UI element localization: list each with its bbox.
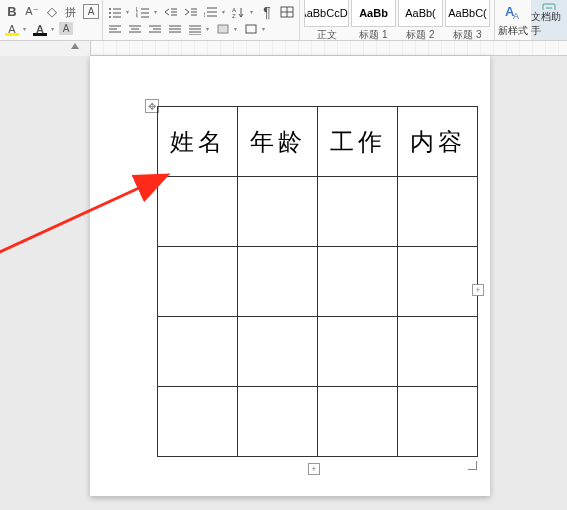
table-cell[interactable]: [318, 387, 398, 457]
style-preview: AaBbC(: [448, 7, 487, 19]
svg-rect-45: [218, 25, 228, 33]
style-label: 标题 1: [359, 28, 387, 42]
table-row[interactable]: [158, 247, 478, 317]
shading-button[interactable]: [214, 20, 232, 37]
table-header-cell[interactable]: 内容: [398, 107, 478, 177]
table-cell[interactable]: [318, 317, 398, 387]
style-heading2[interactable]: AaBb(: [398, 0, 443, 27]
borders-dropdown[interactable]: ▾: [262, 25, 268, 32]
content-table[interactable]: 姓名 年龄 工作 内容: [157, 106, 478, 457]
paragraph-group: ▾ 123 ▾ ↕ ▾ AZ ▾ ¶ ▾ ▾ ▾: [103, 0, 300, 40]
bulleted-list-button[interactable]: [106, 3, 124, 20]
table-header-cell[interactable]: 年龄: [238, 107, 318, 177]
table-cell[interactable]: [318, 177, 398, 247]
table-cell[interactable]: [158, 177, 238, 247]
bold-button[interactable]: B: [3, 3, 21, 20]
show-marks-button[interactable]: ¶: [258, 3, 276, 20]
insert-table-button[interactable]: [278, 3, 296, 20]
highlight-color-button[interactable]: A: [3, 20, 21, 37]
table-cell[interactable]: [238, 177, 318, 247]
bulleted-list-dropdown[interactable]: ▾: [126, 8, 132, 15]
svg-text:↕: ↕: [204, 10, 206, 18]
align-right-button[interactable]: [146, 20, 164, 37]
distribute-dropdown[interactable]: ▾: [206, 25, 212, 32]
table-cell[interactable]: [398, 317, 478, 387]
table-cell[interactable]: [398, 387, 478, 457]
table-row[interactable]: 姓名 年龄 工作 内容: [158, 107, 478, 177]
numbered-list-button[interactable]: 123: [134, 3, 152, 20]
table-cell[interactable]: [158, 387, 238, 457]
sort-dropdown[interactable]: ▾: [250, 8, 256, 15]
table-cell[interactable]: [318, 247, 398, 317]
svg-point-1: [109, 8, 111, 10]
ruler-strip[interactable]: [91, 41, 567, 56]
line-spacing-button[interactable]: ↕: [202, 3, 220, 20]
doc-assistant-button[interactable]: 文档助手: [531, 0, 567, 40]
table-row[interactable]: [158, 317, 478, 387]
styles-gallery: AaBbCcDd 正文 AaBb 标题 1 AaBb( 标题 2 AaBbC( …: [300, 0, 495, 40]
font-color-dropdown[interactable]: ▾: [51, 25, 57, 32]
indent-marker[interactable]: [71, 43, 79, 49]
svg-text:Z: Z: [232, 13, 236, 18]
table-side-handle[interactable]: +: [472, 284, 484, 296]
table-cell[interactable]: [238, 387, 318, 457]
table-row[interactable]: [158, 177, 478, 247]
table-header-cell[interactable]: 工作: [318, 107, 398, 177]
distribute-button[interactable]: [186, 20, 204, 37]
table-row[interactable]: [158, 387, 478, 457]
new-style-icon: AA: [503, 2, 523, 22]
numbered-list-dropdown[interactable]: ▾: [154, 8, 160, 15]
highlight-color-dropdown[interactable]: ▾: [23, 25, 29, 32]
svg-text:拼: 拼: [65, 6, 76, 18]
table-cell[interactable]: [158, 317, 238, 387]
char-shading-button[interactable]: A: [59, 22, 73, 35]
page[interactable]: ✥ 姓名 年龄 工作 内容 + +: [90, 56, 490, 496]
style-label: 正文: [317, 28, 337, 42]
table-resize-handle[interactable]: [468, 461, 477, 470]
table-header-cell[interactable]: 姓名: [158, 107, 238, 177]
style-preview: AaBbCcDd: [304, 7, 349, 19]
table-cell[interactable]: [398, 177, 478, 247]
table-cell[interactable]: [238, 247, 318, 317]
table-bottom-handle[interactable]: +: [308, 463, 320, 475]
svg-rect-46: [246, 25, 256, 33]
style-preview: AaBb: [359, 7, 388, 19]
table-cell[interactable]: [158, 247, 238, 317]
svg-point-3: [109, 12, 111, 14]
style-normal[interactable]: AaBbCcDd: [304, 0, 349, 27]
char-border-button[interactable]: A: [83, 4, 99, 19]
phonetic-guide-button[interactable]: 拼: [63, 3, 81, 20]
style-heading3[interactable]: AaBbC(: [445, 0, 490, 27]
table-cell[interactable]: [398, 247, 478, 317]
style-label: 标题 2: [406, 28, 434, 42]
doc-assistant-label: 文档助手: [531, 10, 567, 38]
font-color-button[interactable]: A: [31, 20, 49, 37]
align-left-button[interactable]: [106, 20, 124, 37]
sort-button[interactable]: AZ: [230, 3, 248, 20]
clear-formatting-button[interactable]: ◇: [43, 3, 61, 20]
style-label: 标题 3: [453, 28, 481, 42]
doc-assistant-icon: [539, 2, 559, 10]
line-spacing-dropdown[interactable]: ▾: [222, 8, 228, 15]
align-center-button[interactable]: [126, 20, 144, 37]
document-area: ✥ 姓名 年龄 工作 内容 + +: [0, 56, 567, 510]
svg-point-5: [109, 16, 111, 18]
font-format-group: B A⁻ ◇ 拼 A A ▾ A ▾ A: [0, 0, 103, 40]
shading-dropdown[interactable]: ▾: [234, 25, 240, 32]
new-style-label: 新样式: [498, 24, 528, 38]
new-style-button[interactable]: AA 新样式: [495, 0, 531, 40]
svg-text:A: A: [513, 11, 519, 21]
svg-text:3: 3: [136, 14, 138, 18]
ribbon: B A⁻ ◇ 拼 A A ▾ A ▾ A ▾ 123: [0, 0, 567, 41]
style-heading1[interactable]: AaBb: [351, 0, 396, 27]
shrink-font-button[interactable]: A⁻: [23, 3, 41, 20]
increase-indent-button[interactable]: [182, 3, 200, 20]
align-justify-button[interactable]: [166, 20, 184, 37]
horizontal-ruler: [0, 41, 567, 56]
table-cell[interactable]: [238, 317, 318, 387]
decrease-indent-button[interactable]: [162, 3, 180, 20]
style-preview: AaBb(: [405, 7, 436, 19]
borders-button[interactable]: [242, 20, 260, 37]
